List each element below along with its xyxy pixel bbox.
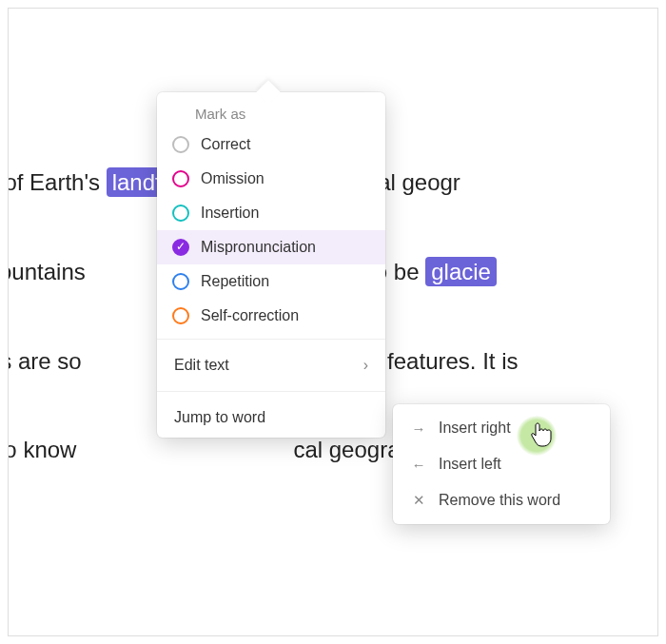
remove-word[interactable]: ✕ Remove this word	[393, 482, 610, 518]
mark-mispronunciation[interactable]: Mispronunciation	[157, 230, 385, 264]
menu-separator	[157, 339, 385, 340]
document-frame: udy of Earth's landforms is called physi…	[8, 8, 658, 636]
jump-to-word-row[interactable]: Jump to word	[157, 398, 385, 438]
menu-header: Mark as	[157, 92, 385, 127]
radio-icon	[172, 205, 189, 222]
mark-correct[interactable]: Correct	[157, 127, 385, 162]
submenu-item-label: Insert right	[439, 420, 511, 437]
menu-item-label: Insertion	[201, 205, 259, 222]
text-fragment: udy of Earth's	[8, 169, 107, 195]
mark-as-menu: Mark as Correct Omission Insertion Mispr…	[157, 92, 385, 438]
submenu-item-label: Remove this word	[439, 492, 560, 509]
radio-icon	[172, 307, 189, 324]
close-icon: ✕	[410, 492, 427, 509]
mark-repetition[interactable]: Repetition	[157, 264, 385, 299]
radio-icon	[172, 136, 189, 153]
menu-item-label: Mispronunciation	[201, 239, 316, 256]
insert-right[interactable]: → Insert right	[393, 410, 610, 446]
edit-text-submenu: → Insert right ← Insert left ✕ Remove th…	[393, 404, 610, 524]
menu-item-label: Omission	[201, 170, 264, 187]
text-fragment: nts to know	[8, 437, 76, 462]
menu-separator	[157, 391, 385, 392]
radio-icon	[172, 273, 189, 290]
menu-item-label: Jump to word	[174, 409, 265, 426]
edit-text-row[interactable]: Edit text ›	[157, 345, 385, 385]
text-fragment: orms are so	[8, 348, 82, 374]
mark-self-correction[interactable]: Self-correction	[157, 299, 385, 333]
menu-item-label: Edit text	[174, 357, 229, 374]
menu-item-label: Self-correction	[201, 307, 299, 324]
radio-checked-icon	[172, 239, 189, 256]
text-fragment: e mountains	[8, 259, 86, 284]
radio-icon	[172, 170, 189, 187]
insert-left[interactable]: ← Insert left	[393, 446, 610, 482]
mark-omission[interactable]: Omission	[157, 162, 385, 196]
arrow-right-icon: →	[410, 420, 427, 437]
submenu-item-label: Insert left	[439, 456, 501, 473]
chevron-right-icon: ›	[363, 357, 368, 374]
menu-item-label: Repetition	[201, 273, 269, 290]
highlight-glacie[interactable]: glacie	[425, 257, 497, 286]
menu-item-label: Correct	[201, 136, 250, 153]
arrow-left-icon: ←	[410, 457, 427, 473]
mark-insertion[interactable]: Insertion	[157, 196, 385, 230]
